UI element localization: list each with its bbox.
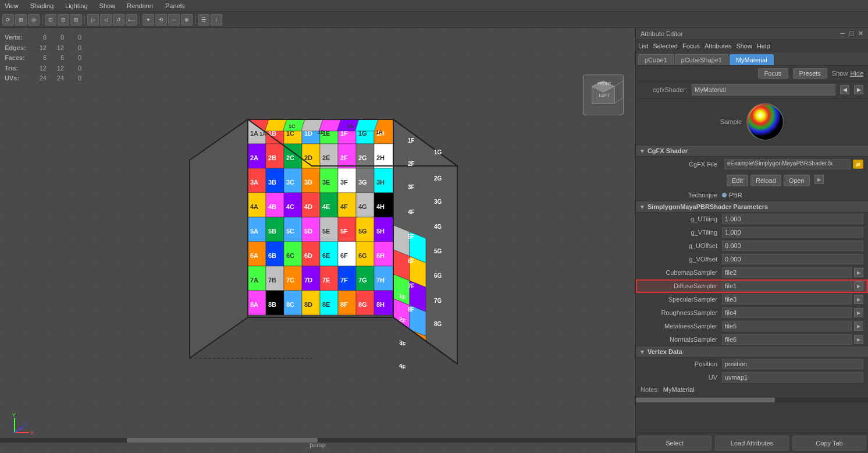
param-input-metalness[interactable] — [722, 321, 852, 331]
menu-renderer[interactable]: Renderer — [124, 2, 156, 9]
param-input-voffset[interactable] — [722, 254, 863, 264]
param-input-cubemap[interactable] — [722, 267, 852, 278]
param-input-specular[interactable] — [722, 294, 852, 305]
menu-view[interactable]: View — [2, 2, 21, 9]
technique-value: PBR — [729, 192, 742, 199]
content-scrollbar-h[interactable] — [636, 398, 868, 402]
param-input-normals[interactable] — [722, 334, 852, 345]
toolbar-btn-6[interactable]: ⊞ — [70, 14, 82, 26]
svg-text:5G: 5G — [358, 228, 367, 235]
param-label-cubemap: CubemapSampler — [641, 269, 722, 276]
viewport[interactable]: Verts: 8 8 0 Edges: 12 12 0 Faces: 6 6 0 — [0, 28, 635, 453]
menu-lighting[interactable]: Lighting — [63, 2, 90, 9]
svg-text:2E: 2E — [322, 154, 330, 161]
param-icon-metalness[interactable]: ▶ — [854, 321, 863, 331]
content-scrollbar-thumb[interactable] — [636, 398, 775, 402]
svg-text:6C: 6C — [286, 252, 294, 259]
viewport-scrollbar-h[interactable] — [0, 438, 635, 443]
svg-text:8E: 8E — [322, 301, 330, 308]
menu-shading[interactable]: Shading — [28, 2, 56, 9]
menu-panels[interactable]: Panels — [163, 2, 187, 9]
tab-pcube1[interactable]: pCube1 — [638, 54, 674, 65]
svg-text:7B: 7B — [268, 277, 276, 284]
svg-text:2F: 2F — [340, 154, 348, 161]
stats-overlay: Verts: 8 8 0 Edges: 12 12 0 Faces: 6 6 0 — [5, 33, 86, 84]
attr-menu-help[interactable]: Help — [757, 43, 770, 49]
section-params[interactable]: ▼ SimplygonMayaPBRShader Parameters — [636, 201, 868, 213]
svg-text:6G: 6G — [358, 252, 367, 259]
param-row-position: Position — [636, 358, 868, 371]
edit-button[interactable]: Edit — [727, 175, 748, 186]
section-cgfx-shader[interactable]: ▼ CgFX Shader — [636, 146, 868, 157]
toolbar-btn-4[interactable]: ⊡ — [45, 14, 56, 26]
param-icon-normals[interactable]: ▶ — [854, 335, 863, 344]
toolbar-btn-2[interactable]: ⊞ — [15, 14, 27, 26]
toolbar-btn-5[interactable]: ⊟ — [58, 14, 69, 26]
cgfx-shader-input[interactable] — [692, 84, 835, 95]
toolbar-btn-8[interactable]: ◁ — [100, 14, 112, 26]
svg-text:3A: 3A — [250, 179, 258, 186]
param-input-diffuse[interactable] — [722, 281, 852, 291]
open-extra-icon[interactable]: ▶ — [814, 175, 824, 184]
attr-menu-focus[interactable]: Focus — [682, 43, 700, 49]
open-button[interactable]: Open — [784, 175, 810, 186]
param-icon-roughness[interactable]: ▶ — [854, 308, 863, 317]
toolbar-btn-10[interactable]: ⟵ — [126, 14, 137, 26]
tab-pcubeshape1[interactable]: pCubeShape1 — [675, 54, 728, 65]
svg-text:3F: 3F — [399, 339, 406, 348]
nav-cube[interactable]: LEFT FRONT — [583, 75, 624, 115]
shader-icon-btn-2[interactable]: ▶ — [854, 85, 863, 94]
svg-text:1C: 1C — [289, 123, 296, 129]
attr-menu-show[interactable]: Show — [736, 43, 752, 49]
svg-text:5B: 5B — [268, 228, 276, 235]
title-right-controls: ─ □ ✕ — [841, 30, 863, 37]
toolbar-btn-1[interactable]: ⟳ — [2, 14, 14, 26]
attr-menu-list[interactable]: List — [638, 43, 648, 49]
tab-mymaterial[interactable]: MyMaterial — [730, 54, 774, 65]
shader-icon-btn-1[interactable]: ◀ — [840, 85, 849, 94]
scrollbar-h-thumb[interactable] — [127, 438, 318, 443]
param-input-uoffset[interactable] — [722, 240, 863, 251]
focus-button[interactable]: Focus — [758, 68, 788, 79]
param-input-roughness[interactable] — [722, 307, 852, 318]
maximize-icon[interactable]: □ — [849, 30, 853, 37]
attr-menu-attributes[interactable]: Attributes — [705, 43, 731, 49]
technique-radio[interactable] — [722, 193, 727, 197]
presets-button[interactable]: Presets — [793, 68, 827, 79]
section-vertex-data[interactable]: ▼ Vertex Data — [636, 346, 868, 358]
toolbar-btn-11[interactable]: ✦ — [143, 14, 154, 26]
toolbar-btn-15[interactable]: ☰ — [198, 14, 209, 26]
param-input-uv[interactable] — [722, 372, 863, 383]
toolbar-btn-12[interactable]: ⟲ — [155, 14, 167, 26]
toolbar-btn-7[interactable]: ▷ — [87, 14, 99, 26]
svg-text:1A: 1A — [376, 129, 383, 135]
toolbar-btn-9[interactable]: ↺ — [113, 14, 124, 26]
param-input-utiling[interactable] — [722, 214, 863, 224]
copy-tab-button[interactable]: Copy Tab — [792, 436, 866, 451]
load-attributes-button[interactable]: Load Attributes — [715, 436, 789, 451]
attr-content[interactable]: ▼ CgFX Shader CgFX File eExample\Simplyg… — [636, 146, 868, 433]
folder-icon[interactable]: 📁 — [853, 160, 863, 169]
toolbar: ⟳ ⊞ ◎ ⊡ ⊟ ⊞ ▷ ◁ ↺ ⟵ ✦ ⟲ ↔ ⊕ ☰ ⋮ — [0, 12, 868, 28]
toolbar-btn-13[interactable]: ↔ — [168, 14, 180, 26]
param-input-position[interactable] — [722, 359, 863, 369]
svg-text:3H: 3H — [376, 179, 385, 186]
toolbar-btn-3[interactable]: ◎ — [28, 14, 40, 26]
svg-text:5F: 5F — [340, 228, 348, 235]
param-icon-specular[interactable]: ▶ — [854, 295, 863, 304]
hide-label[interactable]: Hide — [850, 70, 863, 77]
faces-label: Faces: — [5, 53, 34, 63]
select-button[interactable]: Select — [638, 436, 712, 451]
param-icon-cubemap[interactable]: ▶ — [854, 268, 863, 277]
close-icon[interactable]: ✕ — [858, 30, 863, 37]
param-row-roughness: RoughnessSampler ▶ — [636, 306, 868, 320]
toolbar-btn-16[interactable]: ⋮ — [211, 14, 222, 26]
minimize-icon[interactable]: ─ — [841, 30, 845, 37]
menu-show[interactable]: Show — [97, 2, 118, 9]
param-input-vtiling[interactable] — [722, 227, 863, 238]
svg-text:5F: 5F — [408, 233, 415, 240]
reload-button[interactable]: Reload — [750, 175, 781, 186]
toolbar-btn-14[interactable]: ⊕ — [181, 14, 193, 26]
attr-menu-selected[interactable]: Selected — [653, 43, 678, 49]
param-icon-diffuse[interactable]: ▶ — [854, 281, 863, 291]
